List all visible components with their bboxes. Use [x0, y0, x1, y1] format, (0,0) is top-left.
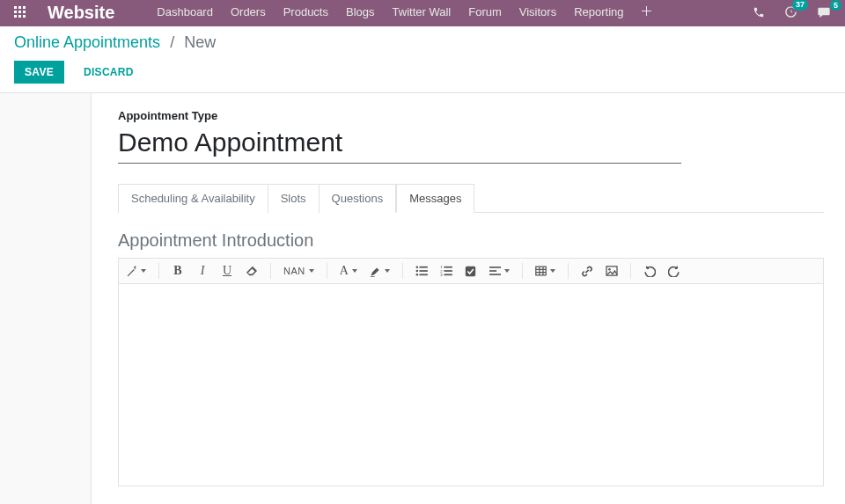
form-sheet: Appointment Type Scheduling & Availabili…: [92, 93, 845, 504]
timer-badge: 37: [792, 0, 808, 11]
brand-label[interactable]: Website: [48, 4, 114, 21]
svg-rect-15: [444, 267, 452, 268]
toolbar-underline-button[interactable]: U: [221, 264, 233, 278]
table-icon: [535, 266, 547, 276]
svg-rect-8: [23, 15, 26, 18]
tab-scheduling-availability[interactable]: Scheduling & Availability: [118, 184, 268, 213]
svg-point-13: [415, 274, 418, 276]
nav-item-visitors[interactable]: Visitors: [519, 5, 556, 18]
svg-rect-1: [18, 6, 21, 9]
svg-rect-23: [489, 270, 496, 272]
tab-slots[interactable]: Slots: [268, 184, 320, 213]
phone-icon[interactable]: [753, 6, 765, 18]
caret-icon: [309, 269, 314, 273]
messages-icon[interactable]: 5: [817, 6, 831, 18]
eraser-icon: [246, 266, 258, 276]
timer-icon[interactable]: 37: [784, 5, 797, 18]
toolbar-italic-button[interactable]: I: [196, 264, 209, 278]
nav-item-products[interactable]: Products: [283, 5, 328, 18]
form-tabs: Scheduling & Availability Slots Question…: [118, 183, 824, 213]
svg-rect-4: [18, 11, 21, 13]
breadcrumb-parent[interactable]: Online Appointments: [14, 33, 160, 51]
toolbar-bold-button[interactable]: B: [172, 264, 184, 278]
svg-rect-6: [14, 15, 17, 18]
button-bar: SAVE DISCARD: [14, 61, 831, 84]
svg-rect-2: [23, 6, 26, 9]
toolbar-checklist-button[interactable]: [465, 266, 477, 277]
tab-questions[interactable]: Questions: [320, 184, 397, 213]
svg-rect-16: [444, 270, 452, 272]
toolbar-link-button[interactable]: [581, 266, 593, 277]
breadcrumb-separator: /: [170, 33, 174, 51]
appointment-title-input[interactable]: [118, 126, 681, 164]
checklist-icon: [465, 266, 476, 277]
plus-icon: [642, 6, 651, 16]
toolbar-magic-button[interactable]: [126, 266, 146, 277]
toolbar-eraser-button[interactable]: [246, 266, 258, 276]
toolbar-highlight-button[interactable]: [370, 266, 390, 277]
nav-item-orders[interactable]: Orders: [231, 5, 266, 18]
list-ol-icon: 123: [440, 266, 452, 276]
nav-item-reporting[interactable]: Reporting: [574, 5, 623, 18]
nav-item-blogs[interactable]: Blogs: [346, 5, 375, 18]
toolbar-image-button[interactable]: [606, 266, 618, 276]
section-heading-introduction: Appointment Introduction: [118, 230, 824, 251]
redo-icon: [668, 266, 680, 277]
svg-rect-10: [419, 267, 427, 268]
svg-point-9: [415, 266, 418, 268]
svg-rect-7: [18, 15, 21, 18]
svg-rect-25: [536, 267, 546, 275]
control-panel: Online Appointments / New SAVE DISCARD: [0, 26, 845, 93]
caret-icon: [504, 269, 510, 273]
caret-icon: [352, 269, 357, 273]
editor-content-area[interactable]: [118, 284, 824, 486]
caret-icon: [385, 269, 390, 273]
nav-item-twitter-wall[interactable]: Twitter Wall: [393, 5, 452, 18]
toolbar-fontcolor-button[interactable]: A: [340, 264, 357, 278]
svg-rect-17: [444, 274, 452, 275]
save-button[interactable]: SAVE: [14, 61, 64, 84]
toolbar-undo-button[interactable]: [643, 266, 656, 277]
toolbar-table-button[interactable]: [535, 266, 555, 276]
svg-rect-0: [14, 6, 17, 9]
caret-icon: [550, 269, 555, 273]
nav-item-forum[interactable]: Forum: [468, 5, 502, 18]
toolbar-ul-button[interactable]: [415, 266, 428, 276]
svg-rect-21: [466, 266, 475, 275]
tab-messages[interactable]: Messages: [396, 184, 474, 213]
caret-icon: [141, 269, 146, 273]
toolbar-align-button[interactable]: [489, 266, 510, 276]
svg-point-31: [608, 268, 611, 271]
top-navbar: Website Dashboard Orders Products Blogs …: [0, 0, 845, 26]
breadcrumb: Online Appointments / New: [14, 33, 831, 52]
apps-grid-icon[interactable]: [14, 6, 26, 18]
highlighter-icon: [370, 266, 381, 277]
nav-item-add[interactable]: [642, 5, 651, 18]
appointment-type-label: Appointment Type: [118, 109, 824, 122]
toolbar-fontsize-button[interactable]: NAN: [283, 266, 314, 276]
fontsize-label: NAN: [283, 266, 305, 276]
nav-item-dashboard[interactable]: Dashboard: [157, 5, 213, 18]
align-icon: [489, 266, 501, 276]
undo-icon: [643, 266, 656, 277]
svg-rect-24: [489, 274, 501, 275]
toolbar-ol-button[interactable]: 123: [440, 266, 452, 276]
content-area: Appointment Type Scheduling & Availabili…: [0, 93, 845, 504]
discard-button[interactable]: DISCARD: [78, 65, 139, 79]
list-ul-icon: [415, 266, 428, 276]
svg-rect-3: [14, 11, 17, 13]
svg-point-11: [415, 270, 418, 273]
svg-rect-22: [489, 267, 501, 268]
svg-text:3: 3: [440, 273, 443, 276]
svg-rect-12: [419, 270, 427, 272]
svg-rect-14: [419, 274, 427, 275]
breadcrumb-current: New: [184, 33, 216, 51]
link-icon: [581, 266, 593, 277]
form-gutter: [0, 93, 92, 504]
nav-right-icons: 37 5: [753, 5, 831, 18]
toolbar-redo-button[interactable]: [668, 266, 680, 277]
image-icon: [606, 266, 618, 276]
messages-badge: 5: [830, 0, 841, 11]
svg-rect-5: [23, 11, 26, 13]
wand-icon: [126, 266, 137, 277]
